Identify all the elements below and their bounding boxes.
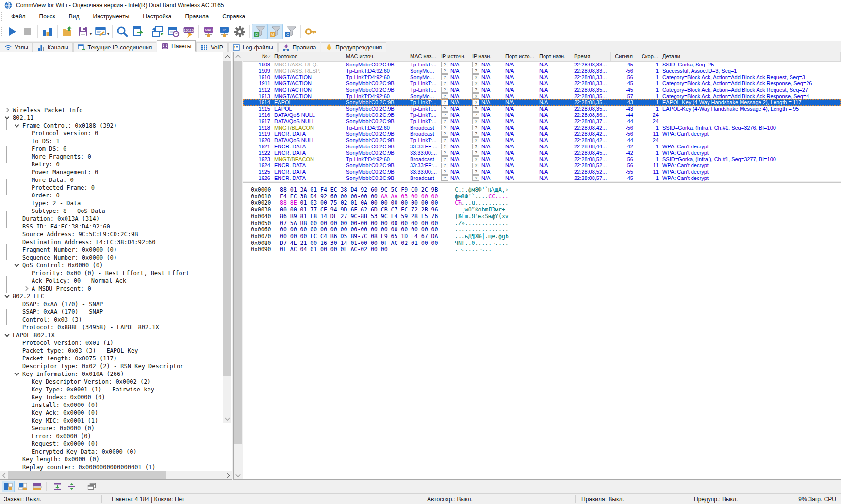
tree-item[interactable]: Fragment Number: 0x0000 (0) [0,246,232,254]
tree-item[interactable]: 802.2 LLC [0,293,232,300]
packet-generator-button[interactable]: 10110 [181,24,197,39]
layout-stacked-button[interactable] [31,481,44,492]
tree-item[interactable]: QoS Control: 0x0000 (0) [0,261,232,269]
scrollbar-thumb[interactable] [223,61,231,376]
packet-row[interactable]: 1913MNGT/ACTIONTp-LinkT:D4:92:60SonyMo..… [243,93,841,99]
packet-row[interactable]: 1921ENCR. DATASonyMobi:C0:2C:9B33:33:FF:… [243,144,841,150]
tree-item[interactable]: Wireless Packet Info [0,106,232,114]
packet-reconstruction-button[interactable] [150,24,165,39]
tree-item[interactable]: Protocol version: 0 [0,130,232,137]
layout-quadrant-button[interactable] [16,481,29,492]
tree-item[interactable]: Descriptor type: 0x02 (2) - RSN Key Desc… [0,362,232,370]
packet-row[interactable]: 1925ENCR. DATASonyMobi:C0:2C:9B33:33:00:… [243,169,841,175]
tree-item[interactable]: A-MSDU Present: 0 [0,285,232,293]
tree-vertical-scrollbar[interactable] [223,52,231,423]
column-header[interactable]: Порт исто... [503,52,537,61]
chevron-down-icon[interactable] [5,293,10,298]
tab-packets[interactable]: Пакеты [157,40,196,52]
hex-row[interactable]: 0x005007 5A BB 00 00 00 00 00-00 00 00 0… [243,220,841,227]
tree-item[interactable]: Secure: 0x0000 (0) [0,424,232,432]
chevron-down-icon[interactable] [15,262,19,267]
tree-item[interactable]: Ack Policy: 00 - Normal Ack [0,277,232,285]
settings-button[interactable] [232,24,247,39]
filter-d-button[interactable]: D [252,24,267,39]
tree-horizontal-scrollbar[interactable] [0,471,232,479]
save-dropdown-caret[interactable]: ▾ [90,32,92,36]
tree-item[interactable]: Power Management: 0 [0,168,232,176]
wep-keys-button[interactable] [303,24,318,39]
layout-side-by-side-button[interactable] [2,481,15,492]
packet-row[interactable]: 1922ENCR. DATASonyMobi:C0:2C:9B33:33:00:… [243,150,841,156]
tree-item[interactable]: Destination Address: F4:EC:38:D4:92:60 [0,238,232,246]
hex-row[interactable]: 0x00900F AC 04 01 00 00 0F AC-02 00 00.¬… [243,246,841,253]
tree-item[interactable]: Duration: 0x013A (314) [0,215,232,223]
packet-row[interactable]: 1918MNGT/BEACONTp-LinkT:D4:92:60Broadcas… [243,125,841,131]
tree-item[interactable]: Sequence Number: 0x0000 (0) [0,254,232,261]
filter-m-button[interactable]: M [267,24,283,39]
tree-item[interactable]: Retry: 0 [0,161,232,168]
hex-row[interactable]: 0x003000 00 01 77 CE 94 9D 6F-62 6D CB C… [243,207,841,213]
hex-row[interactable]: 0x0080D7 4E 21 00 16 30 14 01-00 00 0F A… [243,240,841,247]
scrollbar-thumb[interactable] [234,61,242,444]
tab-ip-connections[interactable]: Текущие IP-соединения [73,42,157,52]
tab-voip[interactable]: VoIP [196,42,227,52]
tree-item[interactable]: Error: 0x0000 (0) [0,432,232,440]
chevron-down-icon[interactable] [15,123,19,128]
column-header[interactable]: №∕ [243,52,272,61]
tree-item[interactable]: Request: 0x0000 (0) [0,440,232,448]
tree-item[interactable]: EAPOL 802.1X [0,331,232,339]
chevron-down-icon[interactable] [5,332,10,337]
scroll-up-icon[interactable] [223,52,231,61]
tree-item[interactable]: Type: 2 - Data [0,199,232,207]
column-header[interactable]: Протокол [272,52,344,61]
expand-decode-button[interactable] [66,481,78,492]
packet-row[interactable]: 1924ENCR. DATASonyMobi:C0:2C:9B33:33:FF:… [243,163,841,169]
go-to-packet-button[interactable] [130,24,146,39]
packet-row[interactable]: 1926ENCR. DATASonyMobi:C0:2C:9BBroadcast… [243,175,841,181]
collapse-decode-button[interactable] [51,481,64,492]
tree-item[interactable]: Key MIC: 0x0001 (1) [0,417,232,424]
log-viewer-button[interactable] [93,24,108,39]
menu-item[interactable]: Файл [4,12,33,21]
packet-row[interactable]: 1919ENCR. DATASonyMobi:C0:2C:9BBroadcast… [243,131,841,137]
tree-item[interactable]: More Fragments: 0 [0,153,232,161]
menu-item[interactable]: Правила [178,12,215,21]
tree-item[interactable]: Key Descriptor Version: 0x0002 (2) [0,378,232,386]
menu-item[interactable]: Настройка [136,12,178,21]
save-button[interactable] [75,24,91,39]
packet-row[interactable]: 1910MNGT/ACTIONTp-LinkT:D4:92:60SonyMo..… [243,74,841,81]
column-header[interactable]: Порт назн. [537,52,572,61]
column-header[interactable]: Сигнал [611,52,635,61]
tree-item[interactable]: From DS: 0 [0,145,232,153]
filter-c-button[interactable]: C [283,24,298,39]
tab-log-files[interactable]: Log-файлы [228,42,278,52]
start-capture-button[interactable] [4,24,20,39]
hex-row[interactable]: 0x004086 B9 81 F8 14 DF 27 9C-8B 53 9C F… [243,213,841,220]
tree-item[interactable]: Priority: 0x00 (0) - Best Effort, Best E… [0,269,232,277]
hex-row[interactable]: 0x0010F4 EC 38 D4 92 60 00 00-00 00 AA A… [243,194,841,200]
packet-row[interactable]: 1912MNGT/ACTIONSonyMobi:C0:2C:9BTp-LinkT… [243,87,841,93]
column-header[interactable]: Время [572,52,611,61]
column-header[interactable]: IP назн. [470,52,503,61]
hex-row[interactable]: 0x002088 8E 01 03 00 75 02 01-0A 00 00 0… [243,200,841,207]
chevron-down-icon[interactable] [15,371,19,376]
column-header[interactable]: IP источн. [439,52,470,61]
packet-list-scrollbar[interactable] [234,52,243,479]
tree-item[interactable]: 802.11 [0,114,232,122]
packet-row[interactable]: 1917DATA/QoS NULLSonyMobi:C0:2C:9BTp-Lin… [243,118,841,125]
chevron-down-icon[interactable] [5,115,10,120]
tree-item[interactable]: Packet type: 0x03 (3) - EAPOL-Key [0,347,232,355]
hex-row[interactable]: 0x006000 00 00 00 00 00 00 00-00 00 00 0… [243,227,841,233]
tree-item[interactable]: Packet length: 0x0075 (117) [0,355,232,362]
tree-item[interactable]: Replay counter: 0x0000000000000001 (1) [0,463,232,471]
scroll-right-icon[interactable] [224,471,232,479]
tree-item[interactable]: SSAP: 0xAA (170) - SNAP [0,308,232,316]
packet-row[interactable]: 1908MNGT/ASS. REQ.SonyMobi:C0:2C:9BTp-Li… [243,62,841,68]
tree-item[interactable]: BSS ID: F4:EC:38:D4:92:60 [0,223,232,230]
tab-nodes[interactable]: Узлы [0,42,33,52]
tab-rules[interactable]: Правила [278,42,321,52]
tree-item[interactable]: Protocol version: 0x01 (1) [0,339,232,347]
packet-row[interactable]: 1920DATA/QoS NULLSonyMobi:C0:2C:9BTp-Lin… [243,137,841,144]
hex-row[interactable]: 0x007000 00 00 FC C4 B6 D5 B9-7C 08 F9 6… [243,233,841,240]
chevron-right-icon[interactable] [5,108,10,113]
